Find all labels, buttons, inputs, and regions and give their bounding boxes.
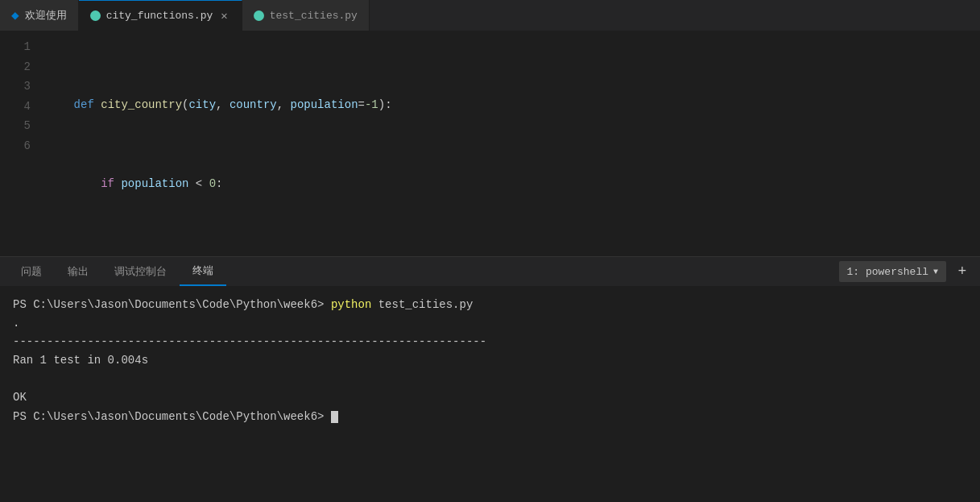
code-line-2: if population < 0: [47, 174, 980, 195]
tab-city-functions[interactable]: city_functions.py ✕ [79, 0, 242, 31]
python-file-icon-2 [254, 10, 264, 21]
terminal-line-6: OK [13, 388, 967, 407]
code-editor[interactable]: 1 2 3 4 5 6 def city_country(city, count… [0, 31, 980, 256]
panel-tab-debug-label: 调试控制台 [114, 264, 167, 279]
panel-tabs: 问题 输出 调试控制台 终端 1: powershell ▼ + [0, 257, 980, 286]
panel-add-terminal[interactable]: + [953, 262, 972, 281]
tab-test-cities-label: test_cities.py [270, 10, 358, 22]
terminal-selector-text: 1: powershell [847, 266, 928, 278]
terminal-line-5 [13, 370, 967, 388]
line-numbers: 1 2 3 4 5 6 [0, 31, 39, 256]
editor-area: 1 2 3 4 5 6 def city_country(city, count… [0, 31, 980, 256]
tab-bar: ◆ 欢迎使用 city_functions.py ✕ test_cities.p… [0, 0, 980, 31]
tab-welcome[interactable]: ◆ 欢迎使用 [0, 0, 79, 31]
tab-test-cities[interactable]: test_cities.py [242, 0, 370, 31]
panel-tab-output-label: 输出 [68, 264, 89, 279]
python-file-icon [90, 10, 101, 21]
panel: 问题 输出 调试控制台 终端 1: powershell ▼ + PS C:\U… [0, 256, 980, 502]
code-content[interactable]: def city_country(city, country, populati… [39, 31, 980, 256]
tab-city-functions-close[interactable]: ✕ [218, 8, 229, 23]
tab-welcome-label: 欢迎使用 [25, 8, 67, 23]
panel-tab-output[interactable]: 输出 [55, 257, 101, 286]
tab-city-functions-label: city_functions.py [106, 10, 213, 22]
panel-tab-terminal[interactable]: 终端 [180, 257, 226, 286]
terminal-line-3: ----------------------------------------… [13, 333, 967, 351]
terminal-line-4: Ran 1 test in 0.004s [13, 351, 967, 370]
code-line-1: def city_country(city, country, populati… [47, 95, 980, 116]
panel-tab-problems[interactable]: 问题 [8, 257, 55, 286]
terminal-selector[interactable]: 1: powershell ▼ [839, 261, 946, 282]
code-line-3: return "%s, %s" % (city, country) [47, 253, 980, 256]
terminal-line-1: PS C:\Users\Jason\Documents\Code\Python\… [13, 296, 967, 314]
dropdown-arrow-icon: ▼ [933, 268, 938, 276]
panel-tab-debug[interactable]: 调试控制台 [101, 257, 180, 286]
terminal-line-7: PS C:\Users\Jason\Documents\Code\Python\… [13, 408, 967, 426]
vscode-icon: ◆ [11, 7, 19, 23]
terminal-cursor [331, 411, 338, 423]
terminal-line-2: . [13, 314, 967, 333]
panel-tab-terminal-label: 终端 [192, 263, 213, 278]
panel-tab-problems-label: 问题 [21, 264, 42, 279]
terminal-content[interactable]: PS C:\Users\Jason\Documents\Code\Python\… [0, 286, 980, 502]
